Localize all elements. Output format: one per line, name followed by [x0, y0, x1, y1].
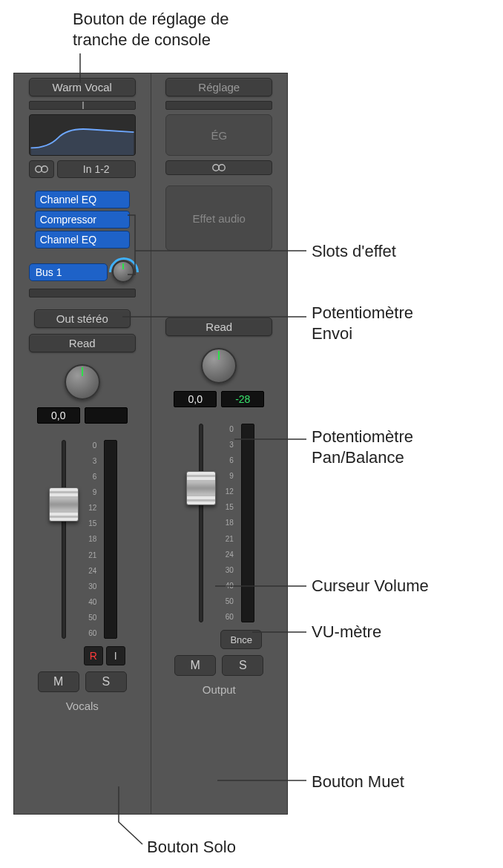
peak-value-display[interactable]: -28 — [221, 391, 264, 407]
channel-name[interactable]: Output — [203, 683, 236, 696]
stereo-icon — [35, 165, 48, 174]
automation-mode-button[interactable]: Read — [165, 318, 272, 336]
stereo-icon — [212, 163, 226, 172]
send-bus-button[interactable]: Bus 1 — [29, 263, 108, 281]
input-selector[interactable]: In 1-2 — [57, 160, 136, 178]
bounce-button[interactable]: Bnce — [220, 630, 262, 649]
gain-reduction-meter — [165, 101, 272, 110]
input-monitor-button[interactable]: I — [106, 646, 125, 665]
peak-value-display[interactable] — [85, 407, 128, 424]
mixer-panel: Warm Vocal In 1-2 Channel EQ Compressor … — [13, 73, 288, 815]
solo-button[interactable]: S — [222, 655, 263, 676]
mute-button[interactable]: M — [174, 655, 216, 676]
svg-point-3 — [219, 165, 225, 171]
callout-pan-knob: Potentiomètre Pan/Balance — [312, 427, 413, 467]
level-meter — [104, 440, 117, 639]
mute-button[interactable]: M — [38, 671, 79, 692]
channel-name[interactable]: Vocals — [66, 700, 99, 712]
eq-placeholder[interactable]: ÉG — [165, 114, 272, 156]
audio-fx-placeholder[interactable]: Effet audio — [165, 185, 272, 251]
pan-knob[interactable] — [65, 364, 100, 400]
record-enable-button[interactable]: R — [84, 646, 103, 665]
solo-button[interactable]: S — [85, 671, 127, 692]
callout-mute-button: Bouton Muet — [312, 772, 404, 792]
stereo-mode-button[interactable] — [29, 160, 54, 178]
effect-slot[interactable]: Channel EQ — [35, 191, 130, 208]
channel-strip-output: Réglage ÉG Effet audio Read 0,0 -28 0369… — [151, 73, 288, 814]
stereo-mode-button[interactable] — [165, 160, 272, 175]
level-meter — [241, 424, 254, 622]
volume-fader[interactable] — [47, 440, 81, 639]
callout-vu-meter: VU-mètre — [312, 622, 381, 642]
setting-button[interactable]: Warm Vocal — [29, 78, 136, 96]
callout-setting-button: Bouton de réglage de tranche de console — [73, 9, 229, 50]
callout-solo-button: Bouton Solo — [147, 837, 236, 858]
callout-effect-slots: Slots d'effet — [312, 241, 396, 262]
fader-section: 0369121518212430405060 — [165, 424, 272, 622]
automation-mode-button[interactable]: Read — [29, 334, 136, 352]
svg-point-1 — [42, 166, 47, 172]
effect-slot[interactable]: Channel EQ — [35, 231, 130, 249]
effect-slot[interactable]: Compressor — [35, 211, 130, 228]
eq-thumbnail[interactable] — [29, 114, 136, 156]
svg-point-0 — [36, 166, 42, 172]
send-level-knob[interactable] — [112, 260, 136, 284]
svg-point-2 — [213, 165, 219, 171]
fader-scale: 0369121518212430405060 — [226, 424, 234, 622]
pan-value-display[interactable]: 0,0 — [37, 407, 80, 424]
pan-value-display[interactable]: 0,0 — [174, 391, 217, 407]
callout-volume-fader: Curseur Volume — [312, 576, 429, 596]
setting-button[interactable]: Réglage — [165, 78, 272, 96]
fader-scale: 0369121518212430405060 — [88, 440, 96, 639]
channel-strip-vocals: Warm Vocal In 1-2 Channel EQ Compressor … — [14, 73, 151, 814]
volume-fader[interactable] — [184, 424, 218, 622]
send-slot-empty[interactable] — [29, 289, 136, 297]
fader-section: 0369121518212430405060 — [29, 440, 136, 639]
output-selector[interactable]: Out stéréo — [34, 309, 131, 328]
pan-knob[interactable] — [201, 348, 237, 384]
gain-reduction-meter — [29, 101, 136, 110]
callout-send-knob: Potentiomètre Envoi — [312, 303, 413, 343]
